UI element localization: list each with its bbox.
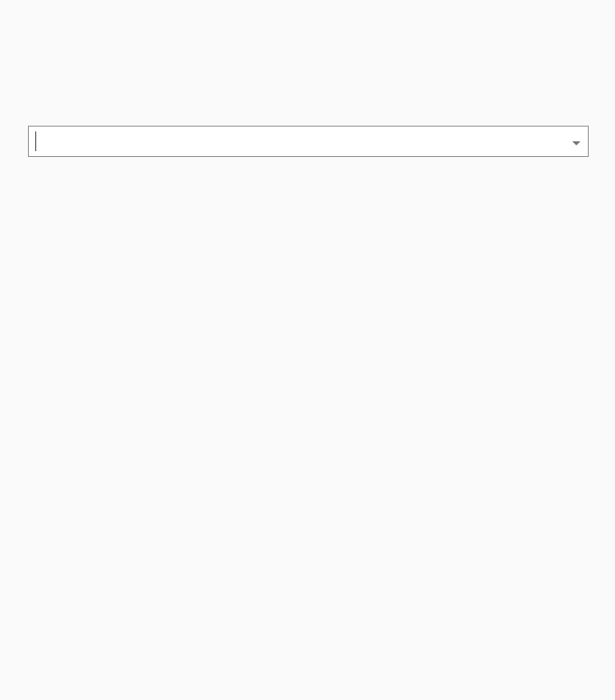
combobox-input[interactable] bbox=[29, 127, 565, 156]
chevron-down-icon bbox=[572, 134, 580, 149]
main-container bbox=[0, 0, 615, 157]
dropdown-arrow-button[interactable] bbox=[565, 127, 588, 156]
text-cursor bbox=[35, 131, 36, 151]
combobox[interactable] bbox=[28, 126, 589, 157]
